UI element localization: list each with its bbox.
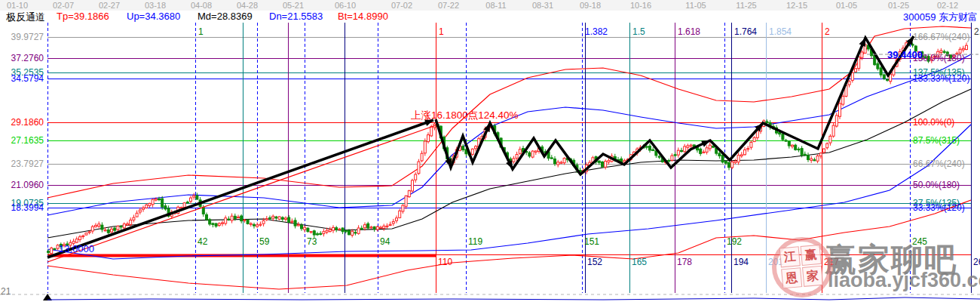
candle-body (120, 226, 122, 226)
arrow-head (859, 38, 865, 47)
day-count-label: 152 (587, 257, 602, 267)
candle-body (149, 203, 151, 205)
price-axis-label: 29.1860 (11, 117, 44, 128)
candle-body (677, 150, 679, 155)
fib-marker-label: 2 (825, 26, 830, 37)
candle-body (396, 218, 398, 221)
candle-body (101, 225, 103, 230)
candle-body (85, 233, 87, 236)
date-label: 10-16 (630, 1, 651, 10)
current-price-label: 39.4400 (887, 49, 923, 60)
candle-body (550, 158, 553, 159)
candle-body (883, 75, 885, 79)
day-count-label: 110 (438, 257, 452, 267)
candle-body (136, 213, 138, 217)
day-count-label: 194 (733, 257, 749, 267)
fib-marker-label: 1.618 (678, 26, 700, 37)
candle-body (351, 231, 354, 235)
candle-body (766, 122, 768, 123)
day-count-label: 73 (307, 236, 317, 247)
candle-body (228, 219, 230, 220)
candle-body (218, 223, 220, 226)
candle-body (51, 248, 53, 253)
candle-body (95, 225, 97, 226)
candle-body (183, 203, 185, 208)
candle-body (645, 146, 648, 147)
candle-body (877, 63, 879, 69)
candle-body (161, 199, 164, 207)
candle-body (82, 236, 84, 236)
candle-body (127, 224, 129, 225)
candle-body (753, 137, 755, 141)
candle-body (329, 230, 331, 232)
candle-body (88, 232, 90, 233)
date-label: 01-25 (888, 1, 909, 10)
candle-body (193, 196, 195, 197)
candle-body (798, 149, 800, 149)
candle-body (345, 231, 347, 232)
candle-body (202, 208, 204, 214)
price-axis-label: 37.2760 (11, 53, 44, 63)
candle-body (265, 219, 268, 220)
candle-body (724, 161, 727, 163)
candle-body (430, 127, 433, 136)
candle-body (240, 216, 243, 221)
day-count-label: 42 (198, 236, 208, 247)
candle-body (389, 224, 391, 225)
candle-body (560, 162, 562, 163)
percent-axis-label: 50.0%(180) (913, 180, 960, 190)
candle-body (703, 152, 705, 153)
price-axis-label: 23.7927 (11, 159, 44, 169)
candle-body (516, 155, 518, 159)
fib-marker-label: 2. (974, 26, 980, 37)
candle-body (54, 248, 56, 249)
indicator-param: Md=28.8369 (198, 11, 253, 22)
chart-canvas[interactable]: 39.9727166.67%(240)37.2760150.0%(180)35.… (0, 0, 980, 302)
candle-body (158, 199, 161, 199)
candle-body (832, 125, 835, 136)
candle-body (259, 224, 262, 225)
candle-body (848, 82, 850, 85)
percent-axis-label: 133.33%(120) (913, 73, 969, 84)
candle-body (861, 52, 863, 57)
candle-body (313, 231, 315, 235)
indicator-param: Dn=21.5583 (269, 11, 323, 22)
candle-body (795, 145, 797, 149)
candle-body (851, 72, 853, 80)
candle-body (887, 79, 889, 80)
candle-body (212, 223, 214, 225)
day-count-label: 94 (380, 236, 390, 247)
candle-body (471, 149, 473, 154)
candle-body (513, 159, 515, 162)
candle-body (415, 174, 417, 180)
candle-body (744, 150, 746, 155)
price-axis-label: 18.3994 (11, 202, 44, 213)
candle-body (278, 217, 280, 219)
candle-body (721, 155, 724, 162)
date-label: 11-25 (736, 1, 756, 10)
date-label: 03-18 (145, 1, 166, 10)
fib-marker-label: 1.854 (769, 26, 792, 37)
candle-body (215, 223, 217, 226)
candle-body (421, 153, 423, 161)
percent-axis-label: 33.33%(120) (913, 202, 965, 213)
candle-body (823, 149, 825, 153)
candle-body (392, 222, 394, 223)
candle-body (145, 205, 148, 208)
candle-body (376, 226, 378, 230)
candle-body (399, 211, 401, 217)
candle-body (785, 140, 787, 141)
date-label: 04-28 (237, 1, 258, 10)
percent-axis-label: 87.5%(315) (913, 135, 960, 146)
candle-body (269, 217, 271, 218)
candle-body (117, 226, 119, 230)
channel-line-dn (47, 125, 971, 259)
candle-body (709, 145, 711, 149)
candle-body (130, 220, 132, 224)
candle-body (222, 223, 224, 223)
day-count-label: 151 (584, 236, 599, 247)
price-axis-label: 27.1635 (11, 135, 44, 146)
candle-body (272, 216, 274, 218)
candle-body (788, 142, 790, 146)
date-label: 08-31 (532, 1, 553, 10)
